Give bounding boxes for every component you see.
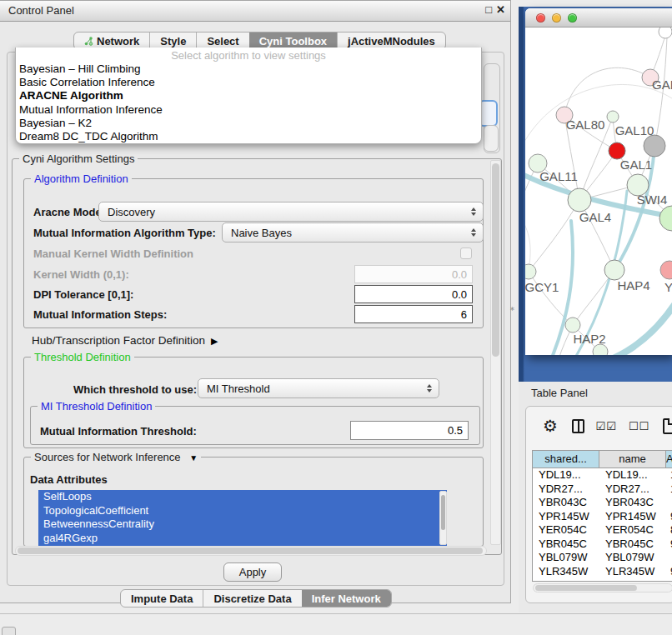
tab-jactivemnodules[interactable]: jActiveMNodules <box>337 32 445 49</box>
close-traffic-light-icon[interactable] <box>536 13 545 22</box>
threshold-definition-title: Threshold Definition <box>31 351 134 363</box>
tab-select[interactable]: Select <box>196 32 248 49</box>
table-cell: YDR27... <box>599 482 666 497</box>
hub-section-toggle[interactable]: Hub/Transcription Factor Definition▶ <box>32 334 218 347</box>
manual-kernel-checkbox[interactable] <box>460 248 472 259</box>
mi-threshold-label: Mutual Information Threshold: <box>40 425 197 438</box>
settings-horizontal-scrollbar-thumb[interactable] <box>18 548 483 554</box>
table-row[interactable]: YBR045CYBR045C9. <box>533 538 672 552</box>
table-cell: YBR043C <box>599 496 666 510</box>
network-node[interactable] <box>659 28 672 38</box>
attributes-scrollbar-thumb[interactable] <box>441 495 445 530</box>
network-node[interactable] <box>525 264 536 279</box>
tab-infer-network[interactable]: Infer Network <box>302 590 391 607</box>
gear-icon[interactable]: ⚙ <box>543 416 558 436</box>
hidden-combobox-fragment2 <box>484 125 499 152</box>
float-window-icon[interactable]: □ <box>485 3 492 16</box>
tab-discretize-data[interactable]: Discretize Data <box>203 590 301 607</box>
table-row[interactable]: YDR27...YDR27...12 <box>533 482 672 497</box>
tab-label: jActiveMNodules <box>348 35 435 48</box>
algorithm-option[interactable]: Bayesian – Hill Climbing <box>16 62 481 76</box>
kernel-width-input[interactable]: 0.0 <box>354 265 473 283</box>
network-window[interactable]: GALGAL80GAL10GAL1GAL11SWI4GAL4GCY1HAP4YH… <box>525 8 672 355</box>
algorithm-option[interactable]: Bayesian – K2 <box>16 117 481 130</box>
network-window-titlebar[interactable] <box>525 8 672 28</box>
export-table-icon[interactable] <box>663 418 672 434</box>
tab-impute-data[interactable]: Impute Data <box>121 590 203 607</box>
table-panel: ⚙ ☑☑ ☐☐ shared...nameA YDL19...YDL19...1… <box>525 406 672 603</box>
panel-title: Control Panel <box>8 4 74 17</box>
node-label: GAL1 <box>620 158 652 172</box>
network-node[interactable] <box>644 135 665 157</box>
table-row[interactable]: YBL079WYBL079W <box>533 551 672 565</box>
table-row[interactable]: YBR043CYBR043C <box>533 496 672 510</box>
table-horizontal-scrollbar[interactable] <box>533 583 672 592</box>
which-threshold-label: Which threshold to use: <box>73 383 197 396</box>
table-cell: YBL079W <box>533 551 599 565</box>
network-node[interactable] <box>609 142 625 159</box>
network-node[interactable] <box>604 260 624 280</box>
mi-steps-label: Mutual Information Steps: <box>33 308 167 321</box>
table-row[interactable]: YPR145WYPR145W9. <box>533 510 672 524</box>
node-attribute-table[interactable]: shared...nameA YDL19...YDL19...13YDR27..… <box>532 450 672 582</box>
close-window-icon[interactable]: ✕ <box>496 3 505 16</box>
network-node[interactable] <box>660 261 672 279</box>
attribute-item[interactable]: BetweennessCentrality <box>38 518 447 532</box>
which-threshold-select[interactable]: MI Threshold <box>198 378 439 398</box>
network-node[interactable] <box>659 206 672 231</box>
tab-network[interactable]: Network <box>74 32 149 49</box>
mi-steps-input[interactable]: 6 <box>354 305 473 323</box>
apply-button[interactable]: Apply <box>223 562 282 582</box>
algorithm-option[interactable]: Mutual Information Inference <box>16 103 481 117</box>
sources-group-title[interactable]: Sources for Network Inference ▼ <box>31 451 201 463</box>
settings-vertical-scrollbar[interactable] <box>490 160 501 545</box>
mi-type-label: Mutual Information Algorithm Type: <box>33 227 216 239</box>
settings-vertical-scrollbar-thumb[interactable] <box>492 163 499 357</box>
attributes-scrollbar[interactable] <box>439 491 447 545</box>
mi-threshold-group-title: MI Threshold Definition <box>38 400 155 412</box>
tab-label: Cyni Toolbox <box>259 35 327 48</box>
settings-horizontal-scrollbar[interactable] <box>15 546 487 556</box>
table-row[interactable]: YLR345WYLR345W9. <box>533 565 672 579</box>
column-header-shared-[interactable]: shared... <box>533 451 599 468</box>
algorithm-option[interactable]: ARACNE Algorithm <box>16 89 481 102</box>
cursor-artifact: ∗ <box>509 305 515 312</box>
network-node[interactable] <box>565 318 580 332</box>
deselect-all-columns-icon[interactable]: ☐☐ <box>629 420 649 432</box>
minimize-traffic-light-icon[interactable] <box>552 13 561 22</box>
algorithm-option[interactable]: Basic Correlation Inference <box>16 76 481 89</box>
table-horizontal-scrollbar-thumb[interactable] <box>535 585 637 591</box>
network-canvas[interactable]: GALGAL80GAL10GAL1GAL11SWI4GAL4GCY1HAP4YH… <box>525 28 672 355</box>
algorithm-option[interactable]: Dream8 DC_TDC Algorithm <box>16 130 481 143</box>
tab-style[interactable]: Style <box>149 32 196 49</box>
split-columns-icon[interactable] <box>572 419 584 433</box>
network-node[interactable] <box>568 188 591 212</box>
tab-label: Network <box>97 35 139 48</box>
dpi-tolerance-input[interactable]: 0.0 <box>354 285 473 303</box>
zoom-traffic-light-icon[interactable] <box>568 13 577 22</box>
tab-cyni-toolbox[interactable]: Cyni Toolbox <box>249 32 337 49</box>
network-nodes[interactable] <box>525 28 672 355</box>
attribute-item[interactable]: SelfLoops <box>38 490 447 504</box>
column-header-a[interactable]: A <box>666 451 672 468</box>
attribute-item[interactable]: TopologicalCoefficient <box>38 504 447 518</box>
table-panel-title: Table Panel <box>531 387 588 399</box>
partial-corner-button[interactable] <box>2 627 16 635</box>
mi-threshold-input[interactable]: 0.5 <box>350 421 469 440</box>
table-row[interactable]: YDL19...YDL19...13 <box>533 468 672 482</box>
table-cell: YIL052C <box>599 578 666 582</box>
table-row[interactable]: YIL052CYIL052C9 <box>533 578 672 582</box>
mi-algorithm-type-select[interactable]: Naive Bayes <box>222 222 484 242</box>
select-all-columns-icon[interactable]: ☑☑ <box>596 420 617 432</box>
table-cell: 8. <box>666 523 672 538</box>
table-cell: YBL079W <box>599 551 666 565</box>
column-header-name[interactable]: name <box>599 451 666 468</box>
attribute-item[interactable]: gal4RGexp <box>38 532 447 546</box>
collapse-down-icon: ▼ <box>189 453 198 462</box>
table-row[interactable]: YER054CYER054C8. <box>533 523 672 538</box>
control-panel-titlebar[interactable]: Control Panel □ ✕ <box>0 1 510 22</box>
data-attributes-list[interactable]: SelfLoopsTopologicalCoefficientBetweenne… <box>38 490 447 546</box>
table-cell: 9. <box>666 538 672 552</box>
aracne-mode-select[interactable]: Discovery <box>98 202 484 222</box>
network-node[interactable] <box>607 111 619 122</box>
